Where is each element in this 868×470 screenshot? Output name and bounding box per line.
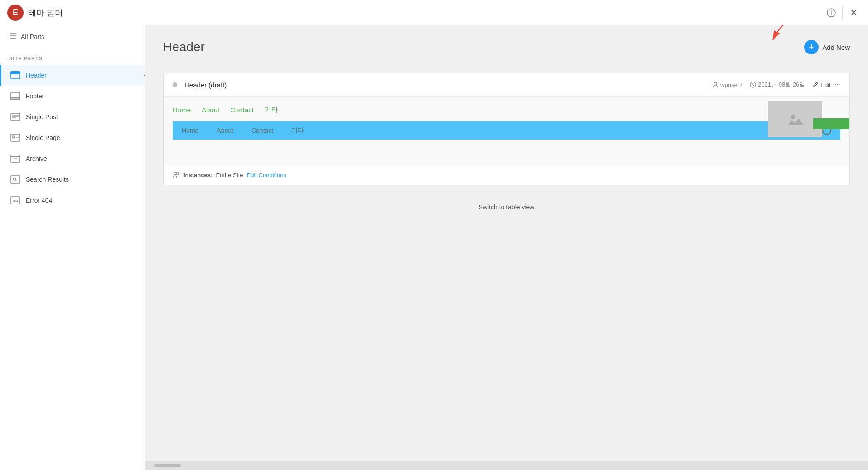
close-button[interactable]: ✕ bbox=[846, 5, 861, 20]
card-footer: Instances: Entire Site Edit Conditions bbox=[164, 165, 849, 185]
all-parts-item[interactable]: All Parts bbox=[0, 25, 145, 48]
single-post-icon bbox=[10, 112, 20, 122]
edit-conditions-link[interactable]: Edit Conditions bbox=[247, 172, 286, 179]
topbar-logo: E bbox=[7, 5, 24, 21]
scroll-thumb bbox=[154, 464, 181, 467]
info-button[interactable]: i bbox=[824, 5, 839, 20]
sidebar-item-search-results[interactable]: Search Results bbox=[0, 169, 145, 190]
card-header: Header (draft) wpuser7 bbox=[164, 73, 849, 97]
svg-rect-17 bbox=[11, 156, 20, 162]
all-parts-label: All Parts bbox=[21, 33, 44, 40]
edit-button[interactable]: Edit bbox=[812, 82, 830, 88]
bottom-scrollbar[interactable] bbox=[145, 461, 868, 470]
sidebar-item-archive[interactable]: Archive bbox=[0, 148, 145, 169]
add-new-button[interactable]: + Add New bbox=[804, 40, 850, 54]
blue-bar-contact: Contact bbox=[251, 127, 273, 134]
blue-bar-home: Home bbox=[182, 127, 198, 134]
sidebar-item-label-error-404: Error 404 bbox=[26, 197, 52, 204]
error-404-icon: 404 bbox=[10, 195, 20, 205]
svg-rect-9 bbox=[11, 113, 20, 121]
svg-point-32 bbox=[176, 172, 179, 175]
add-new-label: Add New bbox=[822, 44, 850, 51]
header-icon bbox=[10, 70, 20, 80]
svg-point-30 bbox=[791, 115, 795, 119]
card-preview: Home About Contact 기타 Home bbox=[164, 97, 849, 165]
author-icon bbox=[712, 82, 719, 88]
instances-bold-label: Instances: bbox=[183, 172, 212, 179]
blue-bar-about: About bbox=[217, 127, 233, 134]
svg-rect-6 bbox=[11, 72, 20, 74]
svg-text:i: i bbox=[831, 10, 832, 16]
card-date: 2021년 08월 26일 bbox=[750, 81, 805, 89]
edit-label: Edit bbox=[820, 82, 830, 88]
header-card: Header (draft) wpuser7 bbox=[163, 73, 850, 185]
sidebar-item-footer[interactable]: Footer bbox=[0, 86, 145, 107]
preview-nav-home: Home bbox=[173, 106, 191, 114]
topbar: E 테마 빌더 i ✕ bbox=[0, 0, 868, 25]
footer-icon bbox=[10, 91, 20, 101]
sidebar-item-label-footer: Footer bbox=[26, 92, 44, 100]
instances-icon bbox=[173, 171, 180, 179]
card-actions: Edit ··· bbox=[812, 81, 840, 89]
layout: All Parts SITE PARTS Header bbox=[0, 0, 868, 470]
svg-point-31 bbox=[174, 172, 176, 175]
sidebar-item-label-single-page: Single Page bbox=[26, 134, 60, 141]
sidebar-item-header[interactable]: Header bbox=[0, 65, 145, 86]
blue-bar-etc: 기타 bbox=[291, 126, 304, 135]
sidebar-item-single-page[interactable]: Single Page bbox=[0, 127, 145, 148]
preview-nav-contact: Contact bbox=[230, 106, 254, 114]
sidebar-item-label-archive: Archive bbox=[26, 155, 47, 162]
site-parts-label: SITE PARTS bbox=[0, 48, 145, 65]
main-content: Header + bbox=[145, 25, 868, 470]
svg-point-26 bbox=[714, 82, 717, 85]
preview-nav-about: About bbox=[202, 106, 219, 114]
instances-value: Entire Site bbox=[216, 172, 243, 179]
svg-line-22 bbox=[16, 180, 17, 182]
svg-line-29 bbox=[753, 85, 754, 86]
sidebar-item-error-404[interactable]: 404 Error 404 bbox=[0, 190, 145, 211]
svg-point-21 bbox=[13, 178, 16, 180]
image-placeholder-icon bbox=[786, 110, 804, 128]
edit-icon bbox=[812, 82, 819, 88]
add-new-circle-icon: + bbox=[804, 40, 819, 54]
sidebar-item-label-header: Header bbox=[26, 72, 47, 79]
switch-table-label: Switch to table view bbox=[479, 204, 535, 211]
author-value: wpuser7 bbox=[720, 82, 743, 88]
close-icon: ✕ bbox=[850, 8, 857, 18]
sidebar-item-single-post[interactable]: Single Post bbox=[0, 107, 145, 127]
date-icon bbox=[750, 82, 756, 88]
svg-rect-14 bbox=[12, 136, 15, 138]
sidebar: All Parts SITE PARTS Header bbox=[0, 25, 145, 470]
svg-rect-18 bbox=[11, 155, 20, 157]
preview-nav: Home About Contact 기타 bbox=[173, 106, 840, 114]
info-icon: i bbox=[827, 8, 836, 17]
more-icon: ··· bbox=[834, 81, 840, 88]
instances-label: Instances: Entire Site bbox=[183, 172, 243, 179]
topbar-left: E 테마 빌더 bbox=[7, 5, 63, 21]
plus-icon: + bbox=[809, 42, 815, 52]
svg-rect-8 bbox=[11, 97, 20, 100]
add-new-area: + Add New bbox=[804, 40, 850, 54]
preview-nav-etc: 기타 bbox=[265, 106, 278, 114]
main-header: Header + bbox=[163, 40, 850, 62]
svg-text:404: 404 bbox=[13, 199, 18, 203]
card-title: Header (draft) bbox=[184, 81, 705, 89]
card-meta: wpuser7 2021년 08월 26일 bbox=[712, 81, 805, 89]
status-dot bbox=[173, 82, 177, 87]
divider bbox=[842, 6, 843, 19]
switch-table-button[interactable]: Switch to table view bbox=[163, 204, 850, 211]
topbar-right: i ✕ bbox=[824, 5, 861, 20]
sidebar-item-label-single-post: Single Post bbox=[26, 113, 58, 121]
svg-rect-20 bbox=[11, 176, 20, 183]
preview-green-bar bbox=[813, 118, 849, 129]
topbar-title: 테마 빌더 bbox=[28, 7, 63, 18]
sidebar-item-label-search-results: Search Results bbox=[26, 176, 69, 183]
card-author: wpuser7 bbox=[712, 82, 743, 88]
more-button[interactable]: ··· bbox=[834, 81, 840, 89]
date-value: 2021년 08월 26일 bbox=[758, 81, 805, 89]
page-title: Header bbox=[163, 40, 205, 54]
search-results-icon bbox=[10, 174, 20, 184]
preview-blue-bar: Home About Contact 기타 bbox=[173, 121, 840, 140]
single-page-icon bbox=[10, 133, 20, 143]
arrow-annotation-right bbox=[755, 25, 800, 51]
